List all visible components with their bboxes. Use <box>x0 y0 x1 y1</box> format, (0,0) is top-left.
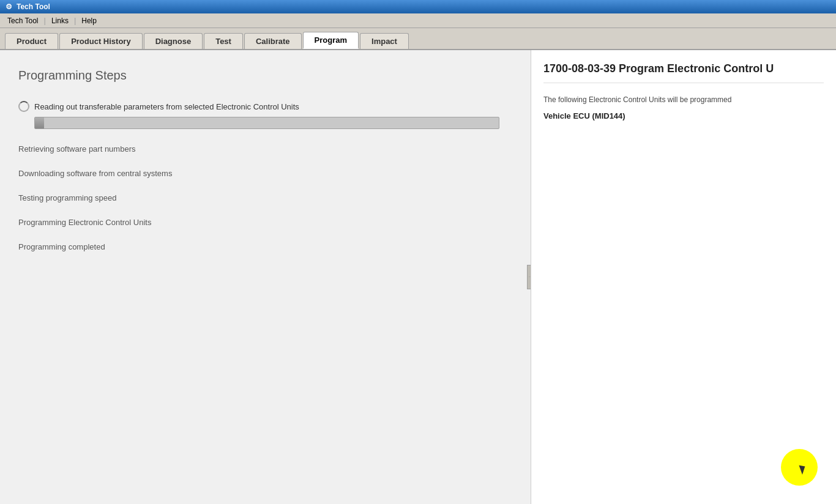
tab-diagnose[interactable]: Diagnose <box>144 33 203 49</box>
step-label-1: Reading out transferable parameters from… <box>18 101 512 112</box>
left-panel: Programming Steps Reading out transferab… <box>0 50 531 504</box>
title-bar-label: Tech Tool <box>17 2 50 11</box>
tab-program[interactable]: Program <box>303 32 359 49</box>
step-item-3: Downloading software from central system… <box>18 169 512 178</box>
main-content: Programming Steps Reading out transferab… <box>0 50 836 504</box>
tab-product[interactable]: Product <box>5 33 58 49</box>
step-item-5: Programming Electronic Control Units <box>18 218 512 227</box>
app-icon: ⚙ <box>4 2 13 12</box>
tab-calibrate[interactable]: Calibrate <box>244 33 302 49</box>
step-label-2: Retrieving software part numbers <box>18 144 512 154</box>
ecu-item-1: Vehicle ECU (MID144) <box>543 111 824 120</box>
menu-techtool[interactable]: Tech Tool <box>2 15 43 26</box>
tab-impact[interactable]: Impact <box>360 33 409 49</box>
panel-divider[interactable]: ··· <box>527 265 531 289</box>
progress-bar-fill <box>35 117 44 128</box>
tab-test[interactable]: Test <box>204 33 243 49</box>
title-bar: ⚙ Tech Tool <box>0 0 836 13</box>
step-label-6: Programming completed <box>18 242 512 251</box>
nav-tabs: Product Product History Diagnose Test Ca… <box>0 28 836 50</box>
panel-title: Programming Steps <box>18 69 512 83</box>
menu-help[interactable]: Help <box>77 15 102 26</box>
right-panel-description: The following Electronic Control Units w… <box>543 95 824 104</box>
step-label-4: Testing programming speed <box>18 193 512 202</box>
menu-sep-1: | <box>43 16 45 25</box>
step-item-4: Testing programming speed <box>18 193 512 202</box>
menu-bar: Tech Tool | Links | Help <box>0 13 836 28</box>
step-item-1: Reading out transferable parameters from… <box>18 101 512 129</box>
progress-bar-container <box>34 117 499 129</box>
tab-product-history[interactable]: Product History <box>59 33 143 49</box>
menu-sep-2: | <box>74 16 76 25</box>
menu-links[interactable]: Links <box>47 15 73 26</box>
step-item-2: Retrieving software part numbers <box>18 144 512 154</box>
right-panel: 1700-08-03-39 Program Electronic Control… <box>531 50 836 504</box>
step-spinner-1 <box>18 101 29 112</box>
step-item-6: Programming completed <box>18 242 512 251</box>
cursor-arrow <box>797 465 805 475</box>
right-panel-title: 1700-08-03-39 Program Electronic Control… <box>543 62 824 83</box>
step-label-3: Downloading software from central system… <box>18 169 512 178</box>
step-label-5: Programming Electronic Control Units <box>18 218 512 227</box>
cursor-indicator <box>781 449 818 486</box>
divider-dots: ··· <box>529 276 531 278</box>
